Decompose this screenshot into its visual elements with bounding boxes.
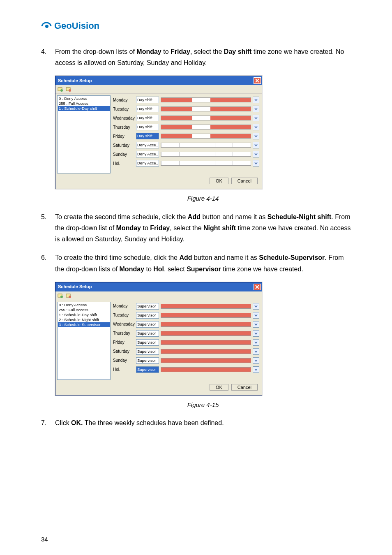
dropdown-button[interactable] xyxy=(253,330,259,337)
svg-point-2 xyxy=(60,89,63,92)
timezone-select[interactable]: Day shift xyxy=(136,133,159,139)
day-row: ThursdaySupervisor xyxy=(113,329,259,338)
dropdown-button[interactable] xyxy=(253,106,259,112)
schedule-setup-window: Schedule Setup 0 : Deny Access255 : Full… xyxy=(55,282,262,395)
step-body: To create the second time schedule, clic… xyxy=(55,211,351,245)
svg-point-6 xyxy=(60,296,63,298)
brand-logo: GeoUision xyxy=(41,21,351,31)
day-rows: MondaySupervisorTuesdaySupervisorWednesd… xyxy=(112,300,262,382)
titlebar: Schedule Setup xyxy=(55,282,262,291)
timeline-bar xyxy=(161,97,251,102)
list-item[interactable]: 0 : Deny Access xyxy=(58,303,110,308)
svg-point-8 xyxy=(69,296,71,298)
day-label: Saturday xyxy=(113,348,136,355)
dropdown-button[interactable] xyxy=(253,339,259,346)
timezone-select[interactable]: Deny Acce.. xyxy=(136,160,159,166)
day-row: SundayDeny Acce.. xyxy=(113,150,259,159)
dropdown-button[interactable] xyxy=(253,133,259,139)
list-item[interactable]: 0 : Deny Access xyxy=(58,96,110,101)
close-button[interactable] xyxy=(254,284,261,290)
chevron-down-icon xyxy=(254,332,258,335)
timezone-select[interactable]: Day shift xyxy=(136,97,159,103)
dropdown-button[interactable] xyxy=(253,357,259,364)
step-5: 5. To create the second time schedule, c… xyxy=(41,211,351,245)
timezone-select[interactable]: Day shift xyxy=(136,106,159,112)
dropdown-button[interactable] xyxy=(253,321,259,328)
list-item[interactable]: 255 : Full Access xyxy=(58,101,110,106)
schedule-list[interactable]: 0 : Deny Access255 : Full Access1 : Sche… xyxy=(57,95,111,173)
dropdown-button[interactable] xyxy=(253,97,259,103)
timeline-bar xyxy=(161,304,251,309)
day-label: Sunday xyxy=(113,357,136,364)
timezone-select[interactable]: Supervisor xyxy=(136,312,159,319)
dropdown-button[interactable] xyxy=(253,151,259,157)
timezone-select[interactable]: Supervisor xyxy=(136,330,159,337)
dropdown-button[interactable] xyxy=(253,366,259,373)
timezone-select[interactable]: Supervisor xyxy=(136,357,159,364)
chevron-down-icon xyxy=(254,341,258,344)
window-title: Schedule Setup xyxy=(58,77,92,85)
list-item[interactable]: 1 : Schedule-Day shift xyxy=(58,312,110,317)
day-row: SaturdaySupervisor xyxy=(113,347,259,356)
timeline-bar xyxy=(161,125,251,130)
timezone-select[interactable]: Supervisor xyxy=(136,348,159,355)
day-label: Wednesday xyxy=(113,321,136,328)
timezone-select[interactable]: Supervisor xyxy=(136,339,159,346)
schedule-list[interactable]: 0 : Deny Access255 : Full Access1 : Sche… xyxy=(57,302,111,380)
delete-icon[interactable] xyxy=(65,292,72,299)
dropdown-button[interactable] xyxy=(253,115,259,121)
day-row: TuesdaySupervisor xyxy=(113,311,259,320)
schedule-setup-window: Schedule Setup 0 : Deny Access255 : Full… xyxy=(55,76,262,189)
chevron-down-icon xyxy=(254,153,258,156)
cancel-button[interactable]: Cancel xyxy=(231,178,258,184)
add-icon[interactable] xyxy=(57,86,64,92)
timeline-bar xyxy=(161,116,251,120)
titlebar: Schedule Setup xyxy=(55,76,262,85)
figure-caption: Figure 4-15 xyxy=(55,400,351,410)
day-label: Tuesday xyxy=(113,106,136,113)
dropdown-button[interactable] xyxy=(253,142,259,148)
delete-icon[interactable] xyxy=(65,86,72,92)
timezone-select[interactable]: Deny Acce.. xyxy=(136,142,159,148)
dropdown-button[interactable] xyxy=(253,160,259,166)
logo-text: GeoUision xyxy=(54,21,99,31)
timezone-select[interactable]: Supervisor xyxy=(136,303,159,310)
ok-button[interactable]: OK xyxy=(210,178,228,184)
day-label: Monday xyxy=(113,303,136,310)
logo-eye-icon xyxy=(41,21,52,31)
add-icon[interactable] xyxy=(57,292,64,299)
step-4: 4. From the drop-down lists of Monday to… xyxy=(41,46,351,68)
dropdown-button[interactable] xyxy=(253,348,259,355)
timezone-select[interactable]: Day shift xyxy=(136,124,159,130)
day-row: SundaySupervisor xyxy=(113,356,259,365)
list-item[interactable]: 255 : Full Access xyxy=(58,308,110,312)
close-button[interactable] xyxy=(254,77,261,84)
timeline-bar xyxy=(161,161,251,166)
timezone-select[interactable]: Deny Acce.. xyxy=(136,151,159,157)
step-number: 7. xyxy=(41,417,55,428)
day-label: Thursday xyxy=(113,124,136,131)
list-item[interactable]: 1 : Schedule-Day shift xyxy=(58,106,110,111)
day-row: MondayDay shift xyxy=(113,95,259,104)
dropdown-button[interactable] xyxy=(253,312,259,319)
toolbar xyxy=(55,85,262,94)
timezone-select[interactable]: Supervisor xyxy=(136,321,159,328)
day-label: Monday xyxy=(113,97,136,104)
ok-button[interactable]: OK xyxy=(210,384,228,391)
day-row: Hol.Supervisor xyxy=(113,365,259,374)
svg-point-4 xyxy=(69,89,71,92)
step-6: 6. To create the third time schedule, cl… xyxy=(41,252,351,274)
chevron-down-icon xyxy=(254,107,258,111)
list-item[interactable]: 3 : Schedule-Supervisor xyxy=(58,322,110,327)
timezone-select[interactable]: Supervisor xyxy=(136,366,159,373)
step-7: 7. Click OK. The three weekly schedules … xyxy=(41,417,351,428)
list-item[interactable]: 2 : Schedule-Night shift xyxy=(58,317,110,322)
timeline-bar xyxy=(161,313,251,318)
timezone-select[interactable]: Day shift xyxy=(136,115,159,121)
cancel-button[interactable]: Cancel xyxy=(231,384,258,391)
timeline-bar xyxy=(161,340,251,345)
day-label: Hol. xyxy=(113,160,136,167)
dropdown-button[interactable] xyxy=(253,124,259,130)
timeline-bar xyxy=(161,143,251,148)
dropdown-button[interactable] xyxy=(253,303,259,310)
